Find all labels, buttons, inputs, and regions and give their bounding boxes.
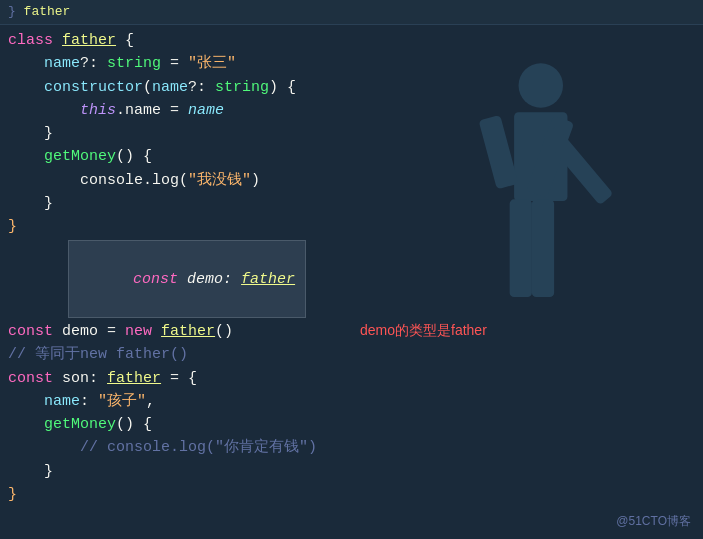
son-console-comment: // console.log("你肯定有钱"): [8, 436, 317, 459]
line-comment1: // 等同于new father(): [0, 343, 703, 366]
watermark: @51CTO博客: [616, 512, 691, 531]
open-brace: {: [116, 29, 134, 52]
param-name: name: [152, 76, 188, 99]
question-colon: ?:: [80, 52, 107, 75]
param-sep: ?:: [188, 76, 215, 99]
close-brace-constructor: }: [8, 122, 53, 145]
const-kw1: const: [8, 320, 53, 343]
tooltip-father: father: [241, 271, 295, 288]
value-zhangsan: "张三": [188, 52, 236, 75]
line-getMoney: getMoney() {: [0, 145, 703, 168]
constructor-kw: constructor: [8, 76, 143, 99]
paren-close-brace: ) {: [269, 76, 296, 99]
line-close-son: }: [0, 483, 703, 506]
son-name-value: "孩子": [98, 390, 146, 413]
const-kw2: const: [8, 367, 53, 390]
son-colon: :: [89, 367, 107, 390]
line-son-getMoney: getMoney() {: [0, 413, 703, 436]
code-area: class father { name?: string = "张三" cons…: [0, 25, 703, 510]
dot-name-eq: .name =: [116, 99, 188, 122]
tooltip-box: const demo: father: [68, 240, 306, 318]
line-close-son-getMoney: }: [0, 460, 703, 483]
type-string: string: [107, 52, 161, 75]
getMoney-parens: () {: [116, 145, 152, 168]
top-line-text: }: [8, 4, 24, 19]
close-brace-class: }: [8, 215, 17, 238]
line-const-demo: const demo = new father() demo的类型是father: [0, 320, 703, 343]
father-call: father: [161, 320, 215, 343]
tooltip-colon: :: [223, 271, 241, 288]
son-name-colon: :: [80, 390, 98, 413]
equals: =: [161, 52, 188, 75]
close-brace-getMoney: }: [8, 192, 53, 215]
line-tooltip: const demo: father: [0, 238, 703, 320]
line-close-constructor: }: [0, 122, 703, 145]
close-brace-son: }: [8, 483, 17, 506]
line-close-getMoney: }: [0, 192, 703, 215]
son-getMoney-method: getMoney: [8, 413, 116, 436]
line-this-name: this.name = name: [0, 99, 703, 122]
son-eq-brace: = {: [161, 367, 197, 390]
line-console-log1: console.log("我没钱"): [0, 169, 703, 192]
line-const-son: const son: father = {: [0, 367, 703, 390]
line-son-comment: // console.log("你肯定有钱"): [0, 436, 703, 459]
paren-open: (: [143, 76, 152, 99]
son-getMoney-parens: () {: [116, 413, 152, 436]
son-var: son: [53, 367, 89, 390]
console-log-text: console.log(: [8, 169, 188, 192]
param-type: string: [215, 76, 269, 99]
call-parens: (): [215, 320, 233, 343]
line-name-prop: name?: string = "张三": [0, 52, 703, 75]
line-son-name: name: "孩子",: [0, 390, 703, 413]
comment-equiv: // 等同于new father(): [8, 343, 188, 366]
demo-annotation: demo的类型是father: [360, 320, 487, 342]
kw-class: class: [8, 29, 62, 52]
son-name-prop: name: [8, 390, 80, 413]
son-type-father: father: [107, 367, 161, 390]
class-name-father: father: [62, 29, 116, 52]
new-kw: new: [125, 320, 161, 343]
getMoney-method: getMoney: [8, 145, 116, 168]
demo-var: demo: [53, 320, 107, 343]
line-class-decl: class father {: [0, 29, 703, 52]
eq1: =: [107, 320, 125, 343]
prop-name: name: [8, 52, 80, 75]
this-kw: this: [8, 99, 116, 122]
close-brace-son-getMoney: }: [8, 460, 53, 483]
tooltip-demo: demo: [187, 271, 223, 288]
top-father-label: father: [24, 4, 71, 19]
top-partial-line: } father: [0, 0, 703, 25]
son-comma: ,: [146, 390, 155, 413]
close-paren1: ): [251, 169, 260, 192]
string-no-money: "我没钱": [188, 169, 251, 192]
name-var: name: [188, 99, 224, 122]
tooltip-const: const: [133, 271, 187, 288]
line-constructor: constructor(name?: string) {: [0, 76, 703, 99]
line-close-class: }: [0, 215, 703, 238]
